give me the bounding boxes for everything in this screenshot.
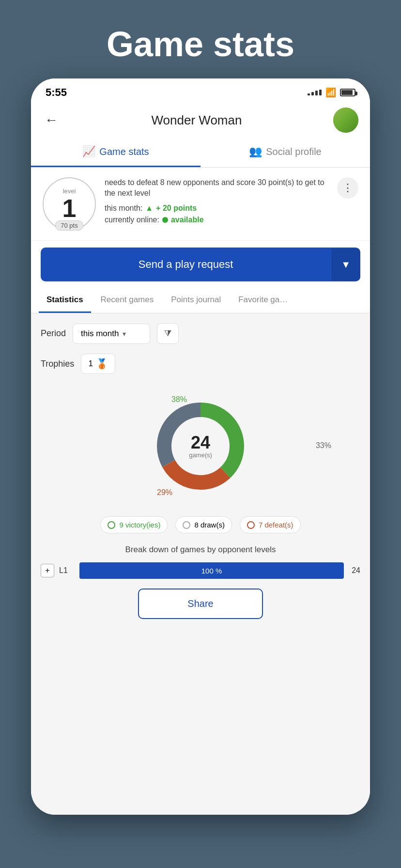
level-badge: level 1 70 pts bbox=[43, 177, 96, 231]
breakdown-title: Break down of games by opponent levels bbox=[41, 545, 360, 555]
period-select[interactable]: this month ▾ bbox=[73, 324, 150, 344]
page-background: Game stats 5:55 📶 ← Wonder Woman bbox=[0, 0, 401, 868]
trophy-box: 1 🥉 bbox=[81, 354, 115, 374]
trophies-row: Trophies 1 🥉 bbox=[41, 354, 360, 374]
expand-l1-button[interactable]: + bbox=[41, 564, 54, 577]
legend: 9 victory(ies) 8 draw(s) 7 defeat(s) bbox=[41, 516, 360, 533]
status-icons: 📶 bbox=[308, 87, 355, 98]
status-time: 5:55 bbox=[46, 86, 67, 99]
chart-label-29: 29% bbox=[157, 488, 172, 497]
chart-label-33: 33% bbox=[316, 441, 331, 450]
filter-button[interactable]: ⧩ bbox=[157, 323, 179, 344]
phone-frame: 5:55 📶 ← Wonder Woman bbox=[31, 78, 370, 815]
social-profile-icon: 👥 bbox=[249, 145, 262, 158]
avatar-image bbox=[333, 108, 358, 133]
sub-tab-points-journal[interactable]: Points journal bbox=[163, 288, 229, 313]
donut-chart: 38% 33% 29% 24 game(s) bbox=[41, 386, 360, 507]
tab-social-profile[interactable]: 👥 Social profile bbox=[200, 138, 370, 167]
status-bar: 5:55 📶 bbox=[31, 78, 370, 103]
needs-text: needs to defeat 8 new opponents and scor… bbox=[105, 177, 328, 199]
sub-nav: Statistics Recent games Points journal F… bbox=[31, 288, 370, 313]
avatar[interactable] bbox=[333, 108, 358, 133]
victory-label: 9 victory(ies) bbox=[119, 521, 160, 529]
page-title: Game stats bbox=[107, 24, 294, 64]
legend-victory: 9 victory(ies) bbox=[100, 516, 168, 533]
donut-total: 24 bbox=[191, 434, 210, 451]
tab-game-stats[interactable]: 📈 Game stats bbox=[31, 138, 200, 167]
defeat-dot-icon bbox=[247, 521, 255, 529]
header: ← Wonder Woman bbox=[31, 103, 370, 138]
this-month-row: this month: ▲ + 20 points bbox=[105, 204, 328, 213]
period-label: Period bbox=[41, 328, 66, 339]
tab-social-profile-label: Social profile bbox=[266, 146, 322, 157]
pts-badge: 70 pts bbox=[55, 220, 83, 231]
period-selected-value: this month bbox=[81, 329, 119, 339]
victory-dot-icon bbox=[108, 521, 115, 529]
main-tabs: 📈 Game stats 👥 Social profile bbox=[31, 138, 370, 168]
breakdown-row-l1: + L1 100 % 24 bbox=[41, 562, 360, 579]
this-month-label: this month: bbox=[105, 204, 142, 213]
draw-dot-icon bbox=[183, 521, 190, 529]
breakdown-count-l1: 24 bbox=[349, 566, 360, 575]
online-row: currently online: available bbox=[105, 216, 328, 224]
draw-label: 8 draw(s) bbox=[194, 521, 225, 529]
this-month-points: + 20 points bbox=[156, 204, 197, 213]
legend-defeat: 7 defeat(s) bbox=[240, 516, 301, 533]
wifi-icon: 📶 bbox=[325, 87, 336, 98]
available-text: available bbox=[171, 216, 204, 224]
sub-tab-recent-games[interactable]: Recent games bbox=[93, 288, 162, 313]
share-section: Share bbox=[41, 589, 360, 619]
profile-info: needs to defeat 8 new opponents and scor… bbox=[105, 177, 328, 224]
chevron-down-icon: ▾ bbox=[123, 330, 126, 338]
play-request-label: Send a play request bbox=[41, 248, 331, 281]
up-arrow-icon: ▲ bbox=[145, 204, 153, 213]
level-l1-label: L1 bbox=[59, 566, 75, 575]
legend-draw: 8 draw(s) bbox=[175, 516, 232, 533]
profile-section: level 1 70 pts needs to defeat 8 new opp… bbox=[31, 168, 370, 241]
share-button[interactable]: Share bbox=[138, 589, 262, 619]
donut-total-label: game(s) bbox=[189, 451, 212, 459]
more-options-button[interactable]: ⋮ bbox=[337, 177, 358, 199]
play-request-button[interactable]: Send a play request ▼ bbox=[41, 248, 360, 281]
level-label: level bbox=[63, 187, 76, 195]
chart-label-38: 38% bbox=[171, 395, 187, 404]
trophy-icon: 🥉 bbox=[96, 358, 108, 370]
stats-content: Period this month ▾ ⧩ Trophies 1 🥉 bbox=[31, 313, 370, 815]
battery-icon bbox=[340, 89, 355, 96]
game-stats-icon: 📈 bbox=[82, 145, 95, 158]
filter-icon: ⧩ bbox=[164, 328, 171, 338]
trophies-label: Trophies bbox=[41, 359, 74, 369]
level-number: 1 bbox=[62, 196, 77, 221]
defeat-label: 7 defeat(s) bbox=[259, 521, 293, 529]
online-dot-icon bbox=[162, 217, 168, 223]
tab-game-stats-label: Game stats bbox=[99, 146, 149, 157]
donut-center: 24 game(s) bbox=[189, 434, 212, 459]
back-button[interactable]: ← bbox=[43, 110, 60, 130]
sub-tab-favorite-games[interactable]: Favorite ga… bbox=[231, 288, 295, 313]
play-request-arrow-icon: ▼ bbox=[331, 248, 360, 281]
header-title: Wonder Woman bbox=[152, 113, 242, 128]
trophy-count: 1 bbox=[88, 359, 93, 369]
breakdown-bar-l1: 100 % bbox=[79, 562, 344, 579]
breakdown-pct-l1: 100 % bbox=[201, 567, 222, 575]
online-label: currently online: bbox=[105, 216, 159, 224]
sub-tab-statistics[interactable]: Statistics bbox=[39, 288, 91, 313]
period-row: Period this month ▾ ⧩ bbox=[41, 323, 360, 344]
signal-dots-icon bbox=[308, 90, 322, 95]
